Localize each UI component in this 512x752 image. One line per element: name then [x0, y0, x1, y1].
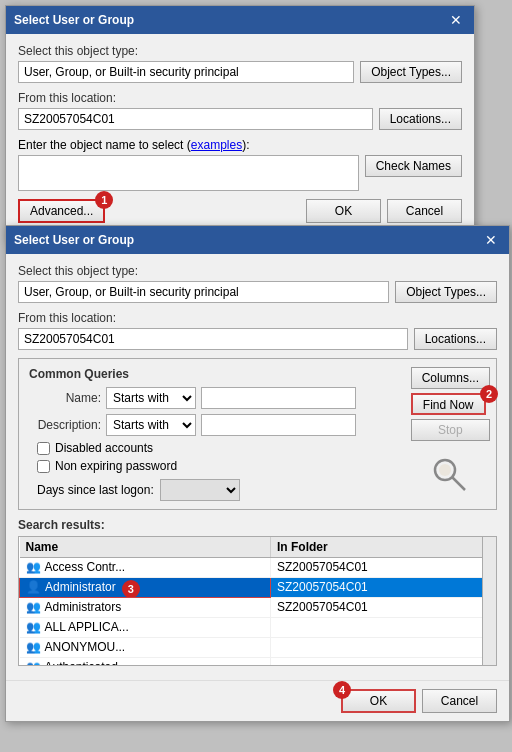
dialog2-columns-button[interactable]: Columns... [411, 367, 490, 389]
search-results-label: Search results: [18, 518, 497, 532]
search-results-section: Search results: Name In Folder 👥Access C… [18, 518, 497, 666]
row-name: Access Contr... [45, 560, 126, 574]
table-row[interactable]: 👥Authenticated... [20, 657, 496, 666]
dialog2-titlebar: Select User or Group ✕ [6, 226, 509, 254]
badge-4: 4 [333, 681, 351, 699]
table-row[interactable]: 👥Access Contr...SZ20057054C01 [20, 557, 496, 577]
common-queries-section: Common Queries Columns... Find Now 2 Sto… [18, 358, 497, 510]
name-query-input[interactable] [201, 387, 356, 409]
dialog1-locations-button[interactable]: Locations... [379, 108, 462, 130]
disabled-accounts-checkbox[interactable] [37, 442, 50, 455]
table-row[interactable]: 👤Administrator3SZ20057054C01 [20, 577, 496, 597]
results-table: Name In Folder 👥Access Contr...SZ2005705… [19, 537, 496, 666]
desc-starts-with-dropdown[interactable]: Starts with [106, 414, 196, 436]
dialog2-ok-button[interactable]: OK [341, 689, 416, 713]
dialog1-titlebar: Select User or Group ✕ [6, 6, 474, 34]
days-label: Days since last logon: [37, 483, 154, 497]
dialog2-location-label: From this location: [18, 311, 497, 325]
row-name: Authenticated... [45, 660, 128, 666]
results-scrollbar[interactable] [482, 537, 496, 665]
dialog2-object-types-button[interactable]: Object Types... [395, 281, 497, 303]
search-icon [430, 455, 470, 495]
row-icon: 👥 [26, 600, 41, 614]
results-header-row: Name In Folder [20, 537, 496, 557]
row-name: ALL APPLICA... [45, 620, 129, 634]
row-icon: 👥 [26, 560, 41, 574]
dialog2-close-button[interactable]: ✕ [481, 233, 501, 247]
row-folder: SZ20057054C01 [271, 557, 496, 577]
dialog-select-user-group-1: Select User or Group ✕ Select this objec… [5, 5, 475, 242]
dialog2-cancel-button[interactable]: Cancel [422, 689, 497, 713]
common-queries-right-buttons: Columns... Find Now 2 Stop [411, 367, 490, 498]
dialog2-locations-button[interactable]: Locations... [414, 328, 497, 350]
dialog2-stop-button[interactable]: Stop [411, 419, 490, 441]
row-icon: 👤 [26, 580, 41, 594]
dialog2-object-type-input[interactable] [18, 281, 389, 303]
svg-line-1 [452, 477, 465, 490]
dialog2-title: Select User or Group [14, 233, 134, 247]
dialog1-check-names-button[interactable]: Check Names [365, 155, 462, 177]
dialog2-bottom-row: 4 OK Cancel [6, 680, 509, 721]
name-starts-with-dropdown[interactable]: Starts with [106, 387, 196, 409]
row-name: Administrator [45, 580, 116, 594]
name-label: Name: [29, 391, 101, 405]
table-row[interactable]: 👥AdministratorsSZ20057054C01 [20, 597, 496, 617]
table-row[interactable]: 👥ALL APPLICA... [20, 617, 496, 637]
dialog1-object-type-input[interactable] [18, 61, 354, 83]
row-folder [271, 617, 496, 637]
svg-point-2 [439, 464, 451, 476]
desc-query-input[interactable] [201, 414, 356, 436]
row-folder: SZ20057054C01 [271, 597, 496, 617]
disabled-accounts-label: Disabled accounts [55, 441, 153, 455]
badge-3: 3 [122, 580, 140, 597]
row-folder [271, 657, 496, 666]
dialog1-examples-link[interactable]: examples [191, 138, 242, 152]
days-dropdown[interactable] [160, 479, 240, 501]
row-name: ANONYMOU... [45, 640, 126, 654]
dialog1-advanced-button[interactable]: Advanced... [18, 199, 105, 223]
col-folder-header: In Folder [271, 537, 496, 557]
dialog1-location-label: From this location: [18, 91, 462, 105]
non-expiring-password-checkbox[interactable] [37, 460, 50, 473]
badge-1: 1 [95, 191, 113, 209]
dialog-select-user-group-2: Select User or Group ✕ Select this objec… [5, 225, 510, 722]
dialog1-object-name-label: Enter the object name to select [18, 138, 183, 152]
dialog1-title: Select User or Group [14, 13, 134, 27]
non-expiring-password-label: Non expiring password [55, 459, 177, 473]
dialog1-location-input[interactable] [18, 108, 373, 130]
dialog1-cancel-button[interactable]: Cancel [387, 199, 462, 223]
row-icon: 👥 [26, 640, 41, 654]
row-folder [271, 637, 496, 657]
dialog1-object-type-label: Select this object type: [18, 44, 462, 58]
dialog1-ok-button[interactable]: OK [306, 199, 381, 223]
dialog1-object-types-button[interactable]: Object Types... [360, 61, 462, 83]
description-label: Description: [29, 418, 101, 432]
row-name: Administrators [45, 600, 122, 614]
col-name-header: Name [20, 537, 271, 557]
dialog1-object-name-area[interactable] [18, 155, 359, 191]
dialog2-object-type-label: Select this object type: [18, 264, 497, 278]
table-row[interactable]: 👥ANONYMOU... [20, 637, 496, 657]
dialog1-close-button[interactable]: ✕ [446, 13, 466, 27]
row-icon: 👥 [26, 660, 41, 666]
dialog2-location-input[interactable] [18, 328, 408, 350]
badge-2: 2 [480, 385, 498, 403]
row-icon: 👥 [26, 620, 41, 634]
row-folder: SZ20057054C01 [271, 577, 496, 597]
dialog2-find-now-button[interactable]: Find Now [411, 393, 486, 415]
